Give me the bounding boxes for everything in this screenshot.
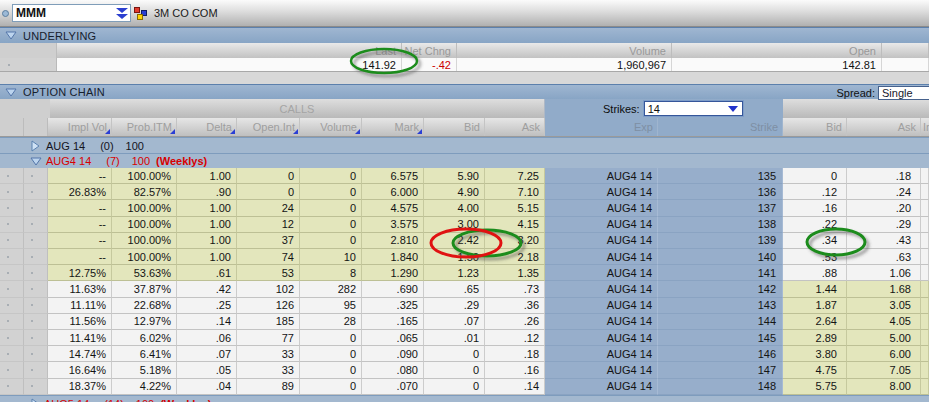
put-cell-bid[interactable]: 2.89 <box>783 330 847 346</box>
call-cell-ask[interactable]: .36 <box>485 298 545 314</box>
strike-cell[interactable]: 147 <box>658 362 783 378</box>
put-cell-bid[interactable]: 4.75 <box>783 362 847 378</box>
col-header-prob-itm[interactable]: Prob.ITM <box>112 118 177 136</box>
call-cell-ask[interactable]: 3.20 <box>485 233 545 249</box>
call-cell-prob-itm[interactable]: 6.41% <box>112 346 177 362</box>
call-cell-open-int[interactable]: 102 <box>237 281 300 297</box>
col-header-delta[interactable]: Delta <box>177 118 237 136</box>
call-cell-open-int[interactable]: 37 <box>237 233 300 249</box>
call-cell-prob-itm[interactable]: 4.22% <box>112 379 177 395</box>
collapse-triangle-icon[interactable] <box>5 88 17 97</box>
strike-cell[interactable]: 143 <box>658 298 783 314</box>
expiration-group-clipped[interactable]: AUG5 14 (14) 100 (Weeklys) <box>0 395 929 402</box>
exp-cell[interactable]: AUG4 14 <box>545 314 658 330</box>
call-cell-bid[interactable]: .01 <box>424 330 485 346</box>
put-cell-ask[interactable]: 4.05 <box>847 314 921 330</box>
put-cell-bid[interactable]: 1.87 <box>783 298 847 314</box>
call-cell-open-int[interactable]: 24 <box>237 200 300 216</box>
exp-cell[interactable]: AUG4 14 <box>545 217 658 233</box>
call-cell-delta[interactable]: .04 <box>177 379 237 395</box>
put-cell-bid[interactable]: .16 <box>783 200 847 216</box>
call-cell-mark[interactable]: 1.840 <box>362 249 424 265</box>
call-cell-volume[interactable]: 8 <box>300 265 362 281</box>
exp-cell[interactable]: AUG4 14 <box>545 346 658 362</box>
exp-cell[interactable]: AUG4 14 <box>545 362 658 378</box>
put-cell-ask[interactable]: .63 <box>847 249 921 265</box>
call-cell-bid[interactable]: 1.23 <box>424 265 485 281</box>
call-cell-delta[interactable]: .90 <box>177 184 237 200</box>
exp-cell[interactable]: AUG4 14 <box>545 298 658 314</box>
call-cell-ask[interactable]: 4.15 <box>485 217 545 233</box>
call-cell-volume[interactable]: 0 <box>300 330 362 346</box>
col-header-put-ask[interactable]: Ask <box>847 118 921 136</box>
call-cell-volume[interactable]: 0 <box>300 362 362 378</box>
call-cell-bid[interactable]: 4.00 <box>424 200 485 216</box>
call-cell-bid[interactable]: 2.42 <box>424 233 485 249</box>
strike-cell[interactable]: 138 <box>658 217 783 233</box>
expiration-group-aug14[interactable]: AUG 14 (0) 100 <box>0 137 929 153</box>
call-cell-impl-vol[interactable]: 26.83% <box>48 184 112 200</box>
call-cell-mark[interactable]: .165 <box>362 314 424 330</box>
put-cell-bid[interactable]: 1.44 <box>783 281 847 297</box>
put-cell-bid[interactable]: .22 <box>783 217 847 233</box>
strike-cell[interactable]: 137 <box>658 200 783 216</box>
call-cell-impl-vol[interactable]: 11.11% <box>48 298 112 314</box>
call-cell-volume[interactable]: 28 <box>300 314 362 330</box>
call-cell-impl-vol[interactable]: 11.63% <box>48 281 112 297</box>
call-cell-prob-itm[interactable]: 22.68% <box>112 298 177 314</box>
put-cell-bid[interactable]: .53 <box>783 249 847 265</box>
call-cell-prob-itm[interactable]: 6.02% <box>112 330 177 346</box>
call-cell-prob-itm[interactable]: 100.00% <box>112 168 177 184</box>
call-cell-bid[interactable]: 5.90 <box>424 168 485 184</box>
call-cell-open-int[interactable]: 126 <box>237 298 300 314</box>
call-cell-open-int[interactable]: 0 <box>237 184 300 200</box>
put-cell-bid[interactable]: 3.80 <box>783 346 847 362</box>
call-cell-mark[interactable]: .070 <box>362 379 424 395</box>
strike-cell[interactable]: 136 <box>658 184 783 200</box>
call-cell-delta[interactable]: .14 <box>177 314 237 330</box>
call-cell-delta[interactable]: .07 <box>177 346 237 362</box>
call-cell-bid[interactable]: 3.00 <box>424 217 485 233</box>
put-cell-ask[interactable]: 8.00 <box>847 379 921 395</box>
call-cell-volume[interactable]: 10 <box>300 249 362 265</box>
strike-cell[interactable]: 139 <box>658 233 783 249</box>
call-cell-prob-itm[interactable]: 82.57% <box>112 184 177 200</box>
call-cell-volume[interactable]: 0 <box>300 233 362 249</box>
call-cell-volume[interactable]: 0 <box>300 168 362 184</box>
call-cell-mark[interactable]: 1.290 <box>362 265 424 281</box>
exp-cell[interactable]: AUG4 14 <box>545 184 658 200</box>
call-cell-prob-itm[interactable]: 100.00% <box>112 249 177 265</box>
exp-cell[interactable]: AUG4 14 <box>545 200 658 216</box>
put-cell-bid[interactable]: .34 <box>783 233 847 249</box>
col-header-volume[interactable]: Volume <box>300 118 362 136</box>
put-cell-ask[interactable]: 3.05 <box>847 298 921 314</box>
call-cell-impl-vol[interactable]: -- <box>48 217 112 233</box>
call-cell-ask[interactable]: .73 <box>485 281 545 297</box>
call-cell-open-int[interactable]: 53 <box>237 265 300 281</box>
call-cell-impl-vol[interactable]: 14.74% <box>48 346 112 362</box>
call-cell-delta[interactable]: .05 <box>177 362 237 378</box>
strike-cell[interactable]: 135 <box>658 168 783 184</box>
put-cell-bid[interactable]: .88 <box>783 265 847 281</box>
call-cell-prob-itm[interactable]: 100.00% <box>112 200 177 216</box>
call-cell-delta[interactable]: 1.00 <box>177 249 237 265</box>
call-cell-bid[interactable]: 1.50 <box>424 249 485 265</box>
call-cell-mark[interactable]: 6.575 <box>362 168 424 184</box>
call-cell-delta[interactable]: 1.00 <box>177 168 237 184</box>
call-cell-open-int[interactable]: 0 <box>237 168 300 184</box>
call-cell-open-int[interactable]: 89 <box>237 379 300 395</box>
col-header-open-int[interactable]: Open.Int <box>237 118 300 136</box>
strike-cell[interactable]: 144 <box>658 314 783 330</box>
call-cell-impl-vol[interactable]: 16.64% <box>48 362 112 378</box>
put-cell-ask[interactable]: 1.06 <box>847 265 921 281</box>
call-cell-ask[interactable]: 7.25 <box>485 168 545 184</box>
call-cell-ask[interactable]: .12 <box>485 330 545 346</box>
call-cell-impl-vol[interactable]: 18.37% <box>48 379 112 395</box>
exp-cell[interactable]: AUG4 14 <box>545 281 658 297</box>
col-header-mark[interactable]: Mark <box>362 118 424 136</box>
call-cell-bid[interactable]: 0 <box>424 362 485 378</box>
call-cell-delta[interactable]: 1.00 <box>177 217 237 233</box>
call-cell-delta[interactable]: 1.00 <box>177 200 237 216</box>
call-cell-volume[interactable]: 0 <box>300 200 362 216</box>
call-cell-delta[interactable]: 1.00 <box>177 233 237 249</box>
